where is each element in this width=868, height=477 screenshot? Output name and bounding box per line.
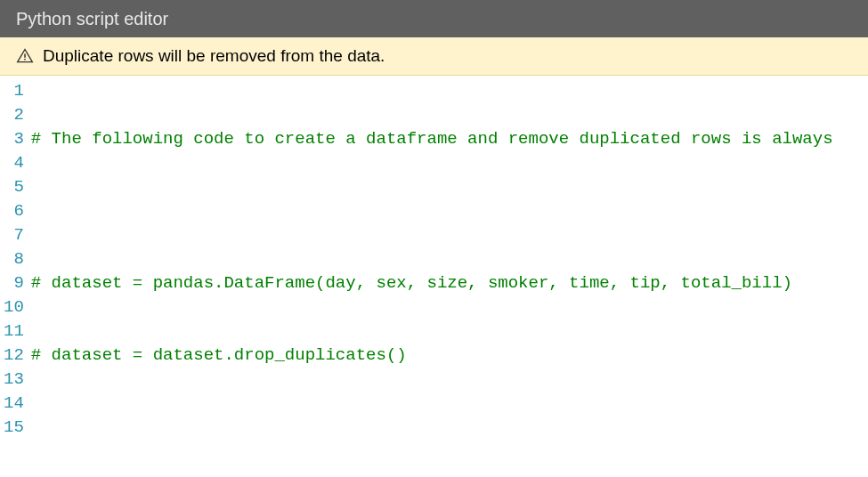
line-number: 14 [4,392,24,416]
line-number: 7 [4,223,24,247]
svg-rect-0 [24,54,26,58]
line-number: 1 [4,79,24,103]
line-number: 4 [4,151,24,175]
editor-title: Python script editor [16,9,168,29]
line-number: 8 [4,247,24,271]
code-line: # dataset = pandas.DataFrame(day, sex, s… [31,271,833,295]
line-number: 11 [4,319,24,344]
code-line [31,199,833,223]
comment: # dataset = dataset.drop_duplicates() [31,345,407,365]
code-content[interactable]: # The following code to create a datafra… [31,79,833,477]
comment: # The following code to create a datafra… [31,129,833,149]
line-number: 15 [4,416,24,440]
code-line [31,416,833,440]
svg-rect-1 [24,59,26,61]
line-number: 9 [4,271,24,295]
line-number: 12 [4,344,24,368]
comment: # dataset = pandas.DataFrame(day, sex, s… [31,273,792,293]
code-editor[interactable]: 1 2 3 4 5 6 7 8 9 10 11 12 13 14 15 # Th… [0,76,868,477]
warning-icon [16,47,34,65]
warning-bar: Duplicate rows will be removed from the … [0,37,868,76]
line-number: 13 [4,368,24,392]
editor-titlebar: Python script editor [0,0,868,37]
line-number: 2 [4,103,24,127]
line-number: 6 [4,199,24,223]
warning-text: Duplicate rows will be removed from the … [43,46,385,66]
line-number-gutter: 1 2 3 4 5 6 7 8 9 10 11 12 13 14 15 [0,79,31,477]
line-number: 10 [4,295,24,319]
line-number: 5 [4,175,24,199]
line-number: 3 [4,127,24,151]
code-line: # The following code to create a datafra… [31,127,833,151]
code-line: # dataset = dataset.drop_duplicates() [31,344,833,368]
